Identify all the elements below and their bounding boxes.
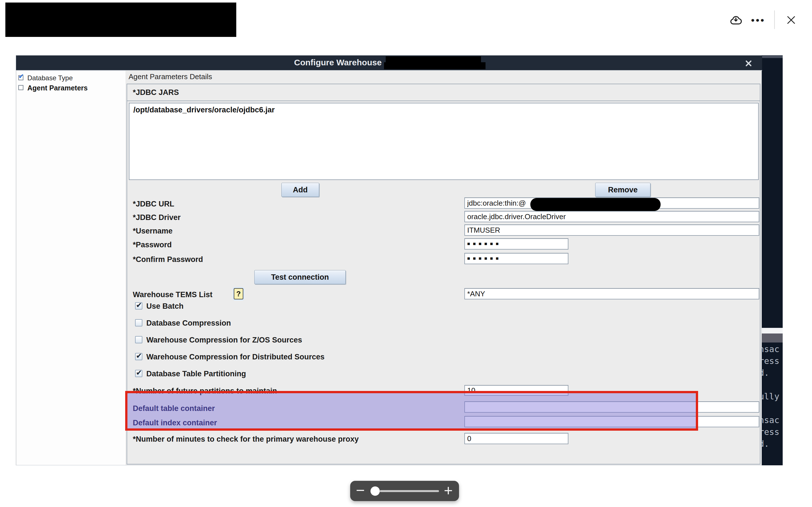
dialog-titlebar: Configure Warehouse	[16, 55, 762, 71]
terminal-text: nsac	[762, 415, 783, 425]
title-redaction	[384, 62, 486, 69]
zoom-out-button[interactable]: −	[352, 481, 369, 501]
future-partitions-label: *Number of future partitions to maintain	[133, 387, 277, 395]
database-compression-checkbox[interactable]	[135, 319, 142, 327]
use-batch-label: Use Batch	[146, 302, 184, 311]
terminal-text: d.	[762, 368, 783, 378]
zoom-slider: − +	[350, 481, 459, 501]
panel-header: Agent Parameters Details	[129, 72, 212, 81]
terminal-text: ress	[762, 427, 783, 437]
jdbc-driver-label: *JDBC Driver	[133, 213, 181, 222]
background-window-band	[762, 328, 783, 334]
zos-compression-label: Warehouse Compression for Z/OS Sources	[146, 336, 302, 344]
dialog-sidebar: ✔ Database Type Agent Parameters	[17, 71, 125, 465]
password-label: *Password	[133, 240, 172, 249]
configure-warehouse-dialog: Configure Warehouse ✔ Database Type Agen…	[16, 55, 762, 465]
check-icon: ✔	[136, 351, 142, 360]
background-window-titlebar	[762, 334, 783, 342]
minutes-check-label: *Number of minutes to check for the prim…	[133, 435, 359, 444]
warehouse-tems-list-label: Warehouse TEMS List	[133, 290, 213, 299]
default-table-container-input[interactable]	[464, 401, 759, 413]
default-table-container-label: Default table container	[133, 404, 215, 413]
sidebar-item-database-type-checkbox[interactable]: ✔	[18, 75, 23, 80]
table-partitioning-checkbox[interactable]: ✔	[135, 370, 142, 377]
terminal-text: ully	[762, 392, 783, 401]
window-close-icon[interactable]	[785, 14, 797, 25]
jdbc-driver-input[interactable]	[464, 211, 759, 222]
add-button[interactable]: Add	[282, 183, 319, 197]
confirm-password-input[interactable]	[464, 253, 568, 264]
zoom-in-button[interactable]: +	[439, 481, 457, 501]
jdbc-url-label: *JDBC URL	[133, 200, 174, 209]
title-redaction	[386, 56, 481, 63]
terminal-top-edge	[762, 55, 783, 58]
confirm-password-label: *Confirm Password	[133, 255, 203, 264]
distributed-compression-label: Warehouse Compression for Distributed So…	[146, 353, 324, 361]
default-index-container-input[interactable]	[464, 416, 759, 427]
screen: ••• nsac ress d. ully nsac ress d. Confi…	[0, 0, 812, 507]
dialog-close-icon[interactable]	[744, 58, 754, 68]
cloud-download-icon[interactable]	[728, 13, 743, 26]
check-icon: ✔	[18, 72, 24, 80]
jdbc-jars-label: *JDBC JARS	[127, 84, 760, 101]
background-terminal-window: nsac ress d. ully nsac ress d.	[762, 55, 783, 465]
password-input[interactable]	[464, 238, 568, 249]
zoom-slider-thumb[interactable]	[370, 487, 380, 496]
sidebar-item-agent-parameters[interactable]: Agent Parameters	[28, 84, 88, 92]
default-index-container-label: Default index container	[133, 418, 217, 427]
table-partitioning-label: Database Table Partitioning	[146, 370, 246, 378]
ellipsis-icon[interactable]: •••	[751, 13, 765, 26]
jar-list-item[interactable]: /opt/database_drivers/oracle/ojdbc6.jar	[130, 103, 758, 117]
dialog-title: Configure Warehouse	[294, 58, 382, 67]
check-icon: ✔	[136, 369, 142, 377]
check-icon: ✔	[136, 301, 142, 309]
username-input[interactable]	[464, 224, 759, 236]
chrome-divider	[774, 10, 775, 29]
terminal-text: d.	[762, 439, 783, 449]
database-compression-label: Database Compression	[146, 319, 231, 328]
minutes-check-input[interactable]	[464, 433, 568, 444]
distributed-compression-checkbox[interactable]: ✔	[135, 353, 142, 360]
use-batch-checkbox[interactable]: ✔	[135, 302, 142, 309]
terminal-text: nsac	[762, 344, 783, 354]
help-icon[interactable]: ?	[234, 288, 243, 299]
zoom-slider-track[interactable]	[380, 490, 439, 492]
zos-compression-checkbox[interactable]	[135, 336, 142, 343]
sidebar-item-agent-parameters-checkbox[interactable]	[18, 85, 23, 90]
test-connection-button[interactable]: Test connection	[254, 270, 346, 284]
jdbc-jars-list[interactable]: /opt/database_drivers/oracle/ojdbc6.jar	[129, 103, 759, 180]
future-partitions-input[interactable]	[464, 385, 568, 396]
logo-redaction	[5, 3, 236, 37]
remove-button[interactable]: Remove	[595, 183, 651, 197]
jdbc-url-redaction	[530, 198, 661, 211]
username-label: *Username	[133, 227, 172, 235]
terminal-text: ress	[762, 356, 783, 366]
warehouse-tems-list-input[interactable]	[464, 288, 759, 299]
sidebar-item-database-type[interactable]: Database Type	[28, 74, 73, 82]
